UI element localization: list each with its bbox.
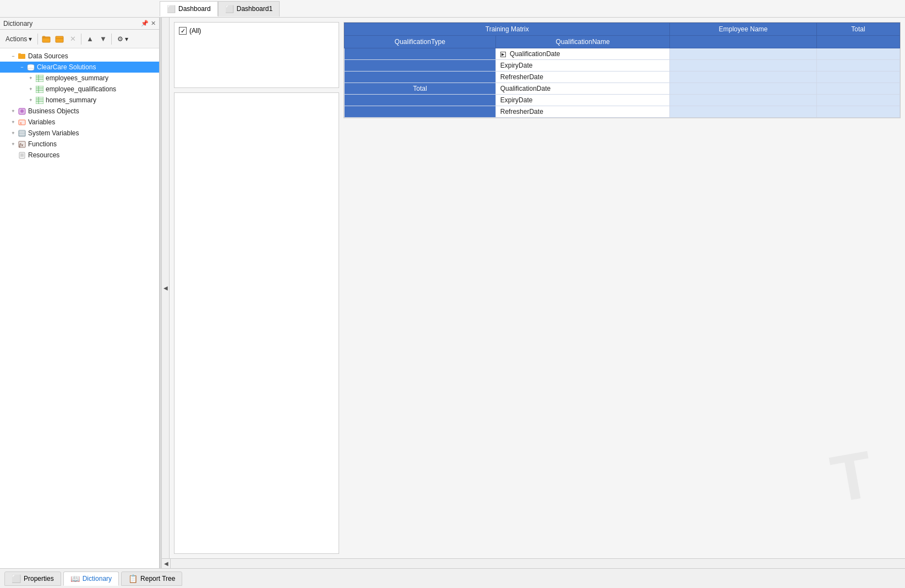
row-total-cell-2 [816,60,899,72]
row-total-cell-3 [816,72,899,83]
matrix-header-total: Total [816,23,899,36]
resources-icon [18,151,26,160]
all-checkbox-item[interactable]: ✓ (All) [179,27,201,35]
total-cell-label-2 [345,95,496,106]
open-button[interactable] [53,33,66,45]
svg-rect-16 [36,97,43,104]
svg-rect-12 [36,86,43,93]
table-row: Total QualificationDate [345,83,900,95]
variables-icon: x [18,118,26,127]
total-cell-label: Total [345,83,496,95]
toolbar-sep-1 [37,34,38,45]
tree-label-business-objects: Business Objects [28,107,159,115]
move-down-button[interactable]: ▼ [97,33,109,45]
tree-label-resources: Resources [28,151,159,159]
tree-label-employee-qualifications: employee_qualifications [46,85,159,93]
all-checkbox[interactable]: ✓ [179,27,187,35]
svg-text:fx: fx [19,142,24,147]
close-icon[interactable]: ✕ [151,20,156,27]
svg-point-7 [28,68,34,70]
svg-text:x: x [19,120,22,125]
table-icon [35,74,44,83]
move-up-button[interactable]: ▲ [84,33,96,45]
tree-label-functions: Functions [28,140,159,148]
tab-dashboard1-label: Dashboard1 [237,5,272,13]
canvas-scroll-left[interactable]: ◀ [162,18,170,558]
tab-report-tree[interactable]: 📋 Report Tree [121,571,182,586]
bottom-scroll-bar: ◀ [162,558,905,568]
row-type-cell-3 [345,72,496,83]
new-folder-button[interactable] [40,33,52,45]
matrix-header-employee-name: Employee Name [670,23,816,36]
svg-rect-4 [18,53,21,54]
matrix-header-total-blank [816,36,899,48]
bizobj-icon [18,107,26,116]
tree-item-variables[interactable]: + x Variables [0,117,159,128]
total-sub-cell-2: ExpiryDate [495,95,670,106]
actions-dropdown-icon: ▾ [29,35,32,43]
tree-item-homes-summary[interactable]: + homes_summary [0,95,159,106]
pin-icon[interactable]: 📌 [141,20,149,27]
dashboard-tab-icon: ⬜ [167,5,176,13]
tab-dashboard[interactable]: ⬜ Dashboard [160,1,218,17]
svg-rect-3 [18,54,25,59]
tab-dashboard-label: Dashboard [178,5,211,13]
db-icon [26,63,35,72]
training-matrix: Training Matrix Employee Name Total Qual… [344,22,901,118]
toolbar-sep-2 [81,34,81,45]
table-row: ▶ QualificationDate [345,48,900,60]
table-row: RefresherDate [345,106,900,118]
panel-title-bar: Dictionary 📌 ✕ [0,18,159,30]
dashboard-left-column: ✓ (All) [174,22,339,554]
tree-item-system-variables[interactable]: + System Variables [0,128,159,139]
total-emp-cell-2 [670,95,816,106]
training-matrix-container: Training Matrix Employee Name Total Qual… [344,22,901,554]
table-icon-2 [35,85,44,94]
settings-button[interactable]: ⚙ ▾ [114,34,132,45]
tree-item-functions[interactable]: + fx Functions [0,139,159,150]
total-emp-cell-3 [670,106,816,118]
tab-report-tree-label: Report Tree [140,575,175,582]
tab-dictionary-bottom[interactable]: 📖 Dictionary [63,571,119,586]
tab-dashboard1[interactable]: ⬜ Dashboard1 [218,1,280,17]
svg-rect-24 [19,130,25,136]
row-type-cell-2 [345,60,496,72]
tab-properties[interactable]: ⬜ Properties [4,571,61,586]
row-type-cell [345,48,496,60]
tree-item-employee-qualifications[interactable]: + employee_qualifications [0,84,159,95]
sysvar-icon [18,129,26,138]
delete-button[interactable]: ✕ [67,33,79,45]
tree-item-business-objects[interactable]: + Business Objects [0,106,159,117]
panel-title: Dictionary [3,20,32,28]
table-row: RefresherDate [345,72,900,83]
bottom-tab-bar: ⬜ Properties 📖 Dictionary 📋 Report Tree [0,568,905,588]
chart-box [174,92,339,554]
row-emp-cell-1 [670,48,816,60]
actions-button[interactable]: Actions ▾ [2,34,35,45]
dictionary-tree: − Data Sources − [0,48,159,568]
dictionary-tab-icon: 📖 [70,574,80,583]
total-sub-cell-1: QualificationDate [495,83,670,95]
table-row: ExpiryDate [345,95,900,106]
row-sub-cell-1: ▶ QualificationDate [495,48,670,60]
settings-dropdown-icon: ▾ [125,35,128,43]
all-checkbox-label: (All) [189,27,201,35]
tree-item-clearcare[interactable]: − ClearCare Solutions [0,62,159,73]
report-tree-tab-icon: 📋 [128,574,138,583]
svg-rect-1 [42,36,45,37]
tree-item-employees-summary[interactable]: + employees_summary [0,73,159,84]
svg-point-21 [20,109,24,113]
dictionary-toolbar: Actions ▾ ✕ ▲ ▼ [0,30,159,48]
total-emp-cell-1 [670,83,816,95]
toolbar-sep-3 [111,34,112,45]
scroll-left-arrow[interactable]: ◀ [162,559,171,569]
dashboard1-tab-icon: ⬜ [225,5,234,13]
svg-rect-2 [56,36,63,42]
tree-item-resources[interactable]: Resources [0,150,159,161]
tree-item-data-sources[interactable]: − Data Sources [0,51,159,62]
row-emp-cell-3 [670,72,816,83]
row-emp-cell-2 [670,60,816,72]
table-row: ExpiryDate [345,60,900,72]
matrix-header-emp-blank [670,36,816,48]
filter-box: ✓ (All) [174,22,339,88]
